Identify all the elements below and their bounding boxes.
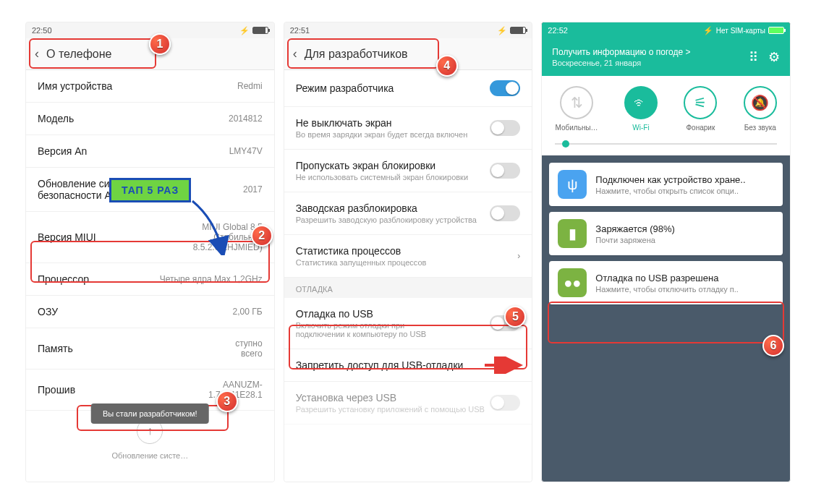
dock-messages[interactable]: ✉Сообщен… bbox=[619, 428, 655, 474]
phone-notifications: 22:52 ⚡Нет SIM-карты Получить информацию… bbox=[541, 22, 791, 482]
date-label: Воскресенье, 21 января bbox=[552, 59, 690, 67]
qs-torch[interactable]: ⚟Фонарик bbox=[684, 86, 717, 132]
app-security[interactable]: Безопасн… bbox=[618, 375, 653, 418]
row-oemunlock[interactable]: Заводская разблокировкаРазрешить заводск… bbox=[284, 192, 532, 235]
row-usbinstall[interactable]: Установка через USBРазрешить установку п… bbox=[284, 382, 532, 424]
row-skiplock[interactable]: Пропускать экран блокировкиНе использова… bbox=[284, 150, 532, 192]
row-cpu[interactable]: ПроцессорЧетыре ядра Max 1,2GHz bbox=[26, 263, 274, 296]
header-dev: ‹ Для разработчиков bbox=[284, 38, 532, 70]
row-model[interactable]: Модель2014812 bbox=[26, 103, 274, 135]
row-usbdebug[interactable]: Отладка по USBВключить режим отладки при… bbox=[284, 298, 532, 349]
gear-icon[interactable]: ⚙ bbox=[768, 49, 780, 65]
phone-about: 22:50 ⚡ ‹ О телефоне 1 Имя устройстваRed… bbox=[25, 22, 275, 482]
row-procstats[interactable]: Статистика процессовСтатистика запущенны… bbox=[284, 235, 532, 278]
phone-devoptions: 22:51 ⚡ ‹ Для разработчиков 4 Режим разр… bbox=[284, 22, 533, 482]
app-play[interactable]: Play Марк… bbox=[735, 375, 772, 418]
brightness-slider[interactable] bbox=[555, 143, 777, 145]
toast-developer: Вы стали разработчиком! bbox=[91, 403, 209, 424]
header-title: О телефоне bbox=[46, 48, 111, 61]
grid-icon[interactable]: ⠿ bbox=[749, 49, 758, 65]
toggle-stayawake[interactable] bbox=[490, 120, 520, 136]
row-storage[interactable]: Памятьступновсего bbox=[26, 328, 274, 370]
notif-usb-storage[interactable]: ψ Подключен как устройство хране..Нажмит… bbox=[549, 163, 783, 206]
clock: 22:52 bbox=[548, 26, 568, 35]
row-devmode[interactable]: Режим разработчика bbox=[284, 70, 532, 107]
quick-settings: ⇅Мобильны… ᯤWi-Fi ⚟Фонарик 🔕Без звука bbox=[542, 76, 790, 155]
app-google[interactable]: Google bbox=[560, 375, 593, 418]
back-icon[interactable]: ‹ bbox=[293, 46, 297, 61]
qs-silent[interactable]: 🔕Без звука bbox=[744, 86, 777, 132]
app-utils[interactable]: Утилиты bbox=[677, 375, 710, 418]
dock-phone[interactable]: ✆Телефон bbox=[559, 428, 595, 474]
dock-camera[interactable]: ◎Камера bbox=[736, 428, 773, 474]
toggle-oemunlock[interactable] bbox=[490, 205, 520, 221]
statusbar: 22:50 ⚡ bbox=[26, 22, 274, 38]
marker-6: 6 bbox=[762, 335, 784, 356]
back-icon[interactable]: ‹ bbox=[35, 46, 39, 61]
tap5-badge: ТАП 5 РАЗ bbox=[109, 178, 191, 202]
usb-icon: ψ bbox=[558, 170, 587, 199]
dock-browser[interactable]: ◉Браузер bbox=[677, 428, 713, 474]
battery-icon: ▮ bbox=[558, 219, 587, 248]
qs-wifi[interactable]: ᯤWi-Fi bbox=[624, 86, 658, 132]
notif-header: Получить информацию о погоде > Воскресен… bbox=[542, 38, 790, 76]
clock: 22:51 bbox=[290, 26, 310, 35]
row-device-name[interactable]: Имя устройстваRedmi bbox=[26, 70, 274, 103]
section-debug: ОТЛАДКА bbox=[284, 278, 532, 298]
row-android[interactable]: Версия AnLMY47V bbox=[26, 135, 274, 168]
notif-charging[interactable]: ▮ Заряжается (98%)Почти заряжена bbox=[549, 212, 783, 255]
toggle-devmode[interactable] bbox=[490, 80, 520, 96]
qs-mobile[interactable]: ⇅Мобильны… bbox=[556, 86, 598, 132]
statusbar: 22:52 ⚡Нет SIM-карты bbox=[542, 22, 790, 38]
clock: 22:50 bbox=[32, 26, 52, 35]
row-miui[interactable]: Версия MIUIMIUI Global 8.5Стабильная8.5.… bbox=[26, 212, 274, 263]
row-ram[interactable]: ОЗУ2,00 ГБ bbox=[26, 296, 274, 328]
statusbar: 22:51 ⚡ bbox=[284, 22, 532, 38]
sim-status: Нет SIM-карты bbox=[716, 27, 765, 35]
marker-4: 4 bbox=[436, 55, 458, 77]
toggle-skiplock[interactable] bbox=[490, 163, 520, 179]
marker-2: 2 bbox=[251, 225, 273, 247]
weather-link[interactable]: Получить информацию о погоде > bbox=[552, 47, 690, 57]
system-update-label: Обновление систе… bbox=[26, 451, 274, 466]
row-stayawake[interactable]: Не выключать экранВо время зарядки экран… bbox=[284, 107, 532, 150]
header-title: Для разработчиков bbox=[305, 48, 408, 61]
marker-1: 1 bbox=[149, 33, 171, 55]
android-icon: ●● bbox=[558, 268, 587, 297]
marker-3: 3 bbox=[216, 390, 238, 412]
notif-usb-debug[interactable]: ●● Отладка по USB разрешенаНажмите, чтоб… bbox=[549, 261, 783, 304]
